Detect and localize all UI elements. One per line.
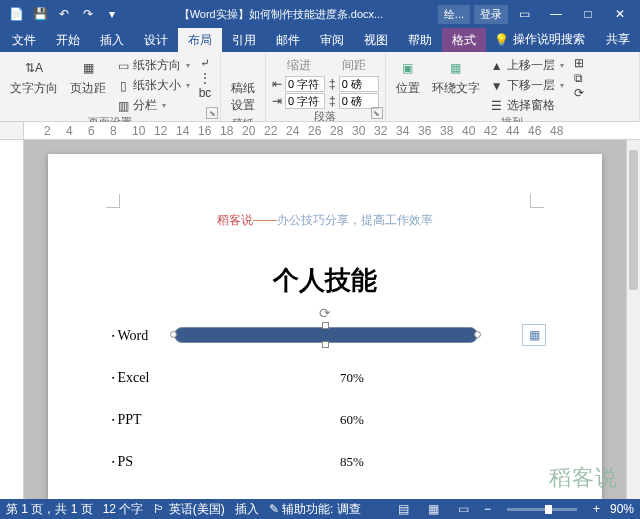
skill-value: 70% <box>340 370 364 386</box>
page[interactable]: 稻客说——办公技巧分享，提高工作效率 ⟳ 个人技能 Word ▦ Excel <box>48 154 602 499</box>
bring-forward-icon: ▲ <box>490 60 504 72</box>
selected-shape[interactable]: ▦ <box>174 324 510 346</box>
indent-right-input[interactable]: ⇥ <box>272 93 325 109</box>
zoom-in-button[interactable]: + <box>593 502 600 516</box>
tab-file[interactable]: 文件 <box>2 28 46 52</box>
send-backward-button[interactable]: ▼下移一层 <box>488 76 566 95</box>
status-page[interactable]: 第 1 页，共 1 页 <box>6 501 93 518</box>
orientation-button[interactable]: ▭纸张方向 <box>114 56 192 75</box>
skill-row-ppt[interactable]: PPT 60% <box>112 412 538 428</box>
tab-insert[interactable]: 插入 <box>90 28 134 52</box>
ribbon-options-icon[interactable]: ▭ <box>508 0 540 28</box>
view-web-icon[interactable]: ▭ <box>454 501 474 517</box>
resize-handle[interactable] <box>170 331 177 338</box>
crop-mark <box>106 194 120 208</box>
line-numbers-button[interactable]: ⋮ <box>196 71 214 85</box>
login-button[interactable]: 登录 <box>474 5 508 24</box>
tab-design[interactable]: 设计 <box>134 28 178 52</box>
document-title[interactable]: 个人技能 <box>112 263 538 298</box>
layout-options-button[interactable]: ▦ <box>522 324 546 346</box>
skill-label: PS <box>112 454 168 470</box>
save-icon[interactable]: 💾 <box>28 0 52 28</box>
ruler-horizontal[interactable]: 2468101214161820222426283032343638404244… <box>0 122 640 140</box>
wrap-icon: ▦ <box>446 58 466 78</box>
autosave-icon[interactable]: 📄 <box>4 0 28 28</box>
bring-forward-button[interactable]: ▲上移一层 <box>488 56 566 75</box>
manuscript-settings-button[interactable]: 稿纸 设置 <box>227 56 259 116</box>
qat-customize-icon[interactable]: ▾ <box>100 0 124 28</box>
status-insert-mode[interactable]: 插入 <box>235 501 259 518</box>
position-button[interactable]: ▣位置 <box>392 56 424 99</box>
zoom-out-button[interactable]: − <box>484 502 491 516</box>
ribbon: ⇅A文字方向 ▦页边距 ▭纸张方向 ▯纸张大小 ▥分栏 ⤶ ⋮ bc 页面设置 … <box>0 52 640 122</box>
tab-layout[interactable]: 布局 <box>178 28 222 52</box>
tab-review[interactable]: 审阅 <box>310 28 354 52</box>
wrap-text-button[interactable]: ▦环绕文字 <box>428 56 484 99</box>
minimize-icon[interactable]: — <box>540 0 572 28</box>
indent-left-input[interactable]: ⇤ <box>272 76 325 92</box>
size-button[interactable]: ▯纸张大小 <box>114 76 192 95</box>
status-words[interactable]: 12 个字 <box>103 501 144 518</box>
resize-handle[interactable] <box>322 322 329 329</box>
skill-row-word[interactable]: Word ▦ <box>112 328 538 344</box>
tab-home[interactable]: 开始 <box>46 28 90 52</box>
skill-row-excel[interactable]: Excel 70% <box>112 370 538 386</box>
share-button[interactable]: 共享 <box>596 27 640 52</box>
spacing-heading: 间距 <box>329 56 379 75</box>
document-viewport[interactable]: 稻客说——办公技巧分享，提高工作效率 ⟳ 个人技能 Word ▦ Excel <box>24 140 626 499</box>
manuscript-icon <box>233 58 253 78</box>
rotate-button[interactable]: ⟳ <box>570 86 588 100</box>
scrollbar-vertical[interactable] <box>626 140 640 499</box>
align-icon: ⊞ <box>572 57 586 69</box>
zoom-thumb[interactable] <box>545 505 552 514</box>
skill-row-ps[interactable]: PS 85% <box>112 454 538 470</box>
view-read-icon[interactable]: ▤ <box>394 501 414 517</box>
close-icon[interactable]: ✕ <box>604 0 636 28</box>
group-manuscript: 稿纸 设置 稿纸 <box>221 52 266 121</box>
skill-value: 60% <box>340 412 364 428</box>
selection-pane-button[interactable]: ☰选择窗格 <box>488 96 566 115</box>
zoom-level[interactable]: 90% <box>610 502 634 516</box>
tab-mailings[interactable]: 邮件 <box>266 28 310 52</box>
crop-mark <box>530 194 544 208</box>
ruler-vertical[interactable] <box>0 140 24 499</box>
page-setup-launcher[interactable]: ⬊ <box>206 107 218 119</box>
tab-format[interactable]: 格式 <box>442 28 486 52</box>
group-paragraph: 缩进 ⇤ ⇥ 间距 ‡ ‡ 段落 ⬊ <box>266 52 386 121</box>
tell-me-search[interactable]: 💡操作说明搜索 <box>486 27 593 52</box>
indent-right-icon: ⇥ <box>272 94 282 108</box>
status-accessibility[interactable]: ✎ 辅助功能: 调查 <box>269 501 361 518</box>
align-button[interactable]: ⊞ <box>570 56 588 70</box>
paragraph-launcher[interactable]: ⬊ <box>371 107 383 119</box>
ribbon-tabs: 文件 开始 插入 设计 布局 引用 邮件 审阅 视图 帮助 格式 💡操作说明搜索… <box>0 28 640 52</box>
tab-references[interactable]: 引用 <box>222 28 266 52</box>
redo-icon[interactable]: ↷ <box>76 0 100 28</box>
scroll-thumb[interactable] <box>629 150 638 290</box>
margins-button[interactable]: ▦页边距 <box>66 56 110 99</box>
tab-help[interactable]: 帮助 <box>398 28 442 52</box>
rotate-handle-icon[interactable]: ⟳ <box>319 305 331 321</box>
position-icon: ▣ <box>398 58 418 78</box>
skill-value: 85% <box>340 454 364 470</box>
group-icon: ⧉ <box>572 72 586 84</box>
view-print-icon[interactable]: ▦ <box>424 501 444 517</box>
selection-pane-icon: ☰ <box>490 100 504 112</box>
breaks-button[interactable]: ⤶ <box>196 56 214 70</box>
group-shapes-button[interactable]: ⧉ <box>570 71 588 85</box>
tab-view[interactable]: 视图 <box>354 28 398 52</box>
window-title: 【Word实操】如何制作技能进度条.docx... <box>124 7 438 22</box>
status-language[interactable]: 🏳 英语(美国) <box>153 501 224 518</box>
text-direction-button[interactable]: ⇅A文字方向 <box>6 56 62 99</box>
spacing-before-input[interactable]: ‡ <box>329 76 379 92</box>
columns-button[interactable]: ▥分栏 <box>114 96 192 115</box>
zoom-slider[interactable] <box>507 508 577 511</box>
resize-handle[interactable] <box>322 341 329 348</box>
status-bar: 第 1 页，共 1 页 12 个字 🏳 英语(美国) 插入 ✎ 辅助功能: 调查… <box>0 499 640 519</box>
undo-icon[interactable]: ↶ <box>52 0 76 28</box>
group-page-setup: ⇅A文字方向 ▦页边距 ▭纸张方向 ▯纸张大小 ▥分栏 ⤶ ⋮ bc 页面设置 … <box>0 52 221 121</box>
hyphenation-button[interactable]: bc <box>196 86 214 100</box>
indent-left-icon: ⇤ <box>272 77 282 91</box>
orientation-icon: ▭ <box>116 60 130 72</box>
resize-handle[interactable] <box>474 331 481 338</box>
maximize-icon[interactable]: □ <box>572 0 604 28</box>
